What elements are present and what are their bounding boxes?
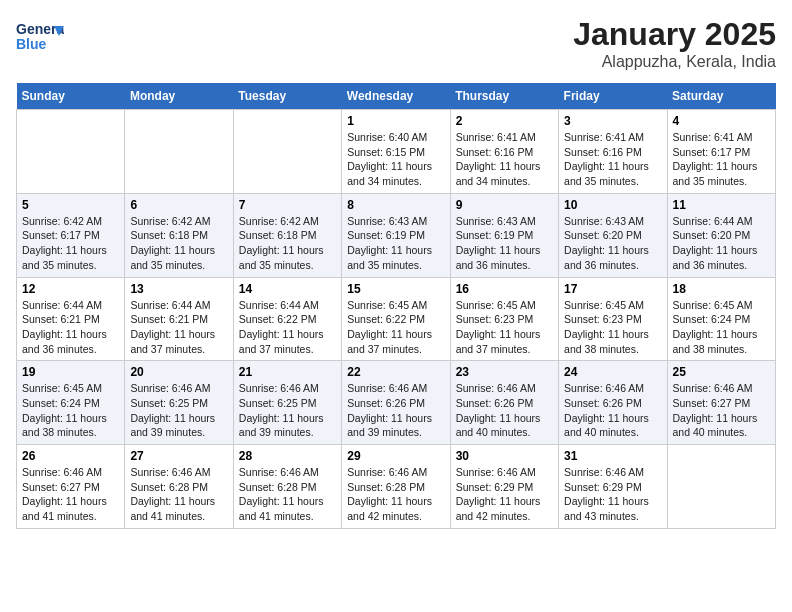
day-number: 15	[347, 282, 444, 296]
day-info: Sunrise: 6:45 AM Sunset: 6:23 PM Dayligh…	[564, 298, 661, 357]
day-info: Sunrise: 6:46 AM Sunset: 6:26 PM Dayligh…	[347, 381, 444, 440]
day-number: 31	[564, 449, 661, 463]
table-row: 27Sunrise: 6:46 AM Sunset: 6:28 PM Dayli…	[125, 445, 233, 529]
table-row: 12Sunrise: 6:44 AM Sunset: 6:21 PM Dayli…	[17, 277, 125, 361]
day-number: 30	[456, 449, 553, 463]
day-info: Sunrise: 6:45 AM Sunset: 6:24 PM Dayligh…	[22, 381, 119, 440]
table-row: 30Sunrise: 6:46 AM Sunset: 6:29 PM Dayli…	[450, 445, 558, 529]
day-number: 2	[456, 114, 553, 128]
calendar-subtitle: Alappuzha, Kerala, India	[573, 53, 776, 71]
day-number: 1	[347, 114, 444, 128]
calendar-week-row: 1Sunrise: 6:40 AM Sunset: 6:15 PM Daylig…	[17, 110, 776, 194]
svg-text:Blue: Blue	[16, 36, 47, 52]
table-row	[17, 110, 125, 194]
calendar-body: 1Sunrise: 6:40 AM Sunset: 6:15 PM Daylig…	[17, 110, 776, 529]
calendar-title: January 2025	[573, 16, 776, 53]
day-info: Sunrise: 6:44 AM Sunset: 6:21 PM Dayligh…	[130, 298, 227, 357]
header-sunday: Sunday	[17, 83, 125, 110]
day-info: Sunrise: 6:42 AM Sunset: 6:18 PM Dayligh…	[239, 214, 336, 273]
day-number: 7	[239, 198, 336, 212]
header-wednesday: Wednesday	[342, 83, 450, 110]
day-info: Sunrise: 6:42 AM Sunset: 6:17 PM Dayligh…	[22, 214, 119, 273]
day-number: 26	[22, 449, 119, 463]
table-row: 5Sunrise: 6:42 AM Sunset: 6:17 PM Daylig…	[17, 193, 125, 277]
day-number: 13	[130, 282, 227, 296]
day-number: 17	[564, 282, 661, 296]
day-number: 14	[239, 282, 336, 296]
header-monday: Monday	[125, 83, 233, 110]
table-row: 1Sunrise: 6:40 AM Sunset: 6:15 PM Daylig…	[342, 110, 450, 194]
day-info: Sunrise: 6:43 AM Sunset: 6:20 PM Dayligh…	[564, 214, 661, 273]
table-row: 15Sunrise: 6:45 AM Sunset: 6:22 PM Dayli…	[342, 277, 450, 361]
logo-icon: General Blue	[16, 16, 64, 56]
day-number: 11	[673, 198, 770, 212]
day-info: Sunrise: 6:41 AM Sunset: 6:17 PM Dayligh…	[673, 130, 770, 189]
day-info: Sunrise: 6:43 AM Sunset: 6:19 PM Dayligh…	[347, 214, 444, 273]
day-info: Sunrise: 6:44 AM Sunset: 6:22 PM Dayligh…	[239, 298, 336, 357]
table-row	[667, 445, 775, 529]
table-row: 23Sunrise: 6:46 AM Sunset: 6:26 PM Dayli…	[450, 361, 558, 445]
calendar-week-row: 19Sunrise: 6:45 AM Sunset: 6:24 PM Dayli…	[17, 361, 776, 445]
day-number: 27	[130, 449, 227, 463]
day-info: Sunrise: 6:46 AM Sunset: 6:28 PM Dayligh…	[347, 465, 444, 524]
day-info: Sunrise: 6:46 AM Sunset: 6:29 PM Dayligh…	[456, 465, 553, 524]
table-row: 24Sunrise: 6:46 AM Sunset: 6:26 PM Dayli…	[559, 361, 667, 445]
day-number: 25	[673, 365, 770, 379]
table-row: 9Sunrise: 6:43 AM Sunset: 6:19 PM Daylig…	[450, 193, 558, 277]
day-info: Sunrise: 6:44 AM Sunset: 6:20 PM Dayligh…	[673, 214, 770, 273]
day-number: 12	[22, 282, 119, 296]
day-info: Sunrise: 6:43 AM Sunset: 6:19 PM Dayligh…	[456, 214, 553, 273]
day-info: Sunrise: 6:45 AM Sunset: 6:23 PM Dayligh…	[456, 298, 553, 357]
table-row	[125, 110, 233, 194]
day-number: 10	[564, 198, 661, 212]
day-info: Sunrise: 6:44 AM Sunset: 6:21 PM Dayligh…	[22, 298, 119, 357]
days-of-week-row: Sunday Monday Tuesday Wednesday Thursday…	[17, 83, 776, 110]
header-tuesday: Tuesday	[233, 83, 341, 110]
calendar-table: Sunday Monday Tuesday Wednesday Thursday…	[16, 83, 776, 529]
day-info: Sunrise: 6:41 AM Sunset: 6:16 PM Dayligh…	[456, 130, 553, 189]
table-row: 10Sunrise: 6:43 AM Sunset: 6:20 PM Dayli…	[559, 193, 667, 277]
calendar-header: Sunday Monday Tuesday Wednesday Thursday…	[17, 83, 776, 110]
day-info: Sunrise: 6:45 AM Sunset: 6:22 PM Dayligh…	[347, 298, 444, 357]
header-saturday: Saturday	[667, 83, 775, 110]
day-info: Sunrise: 6:46 AM Sunset: 6:26 PM Dayligh…	[456, 381, 553, 440]
table-row: 22Sunrise: 6:46 AM Sunset: 6:26 PM Dayli…	[342, 361, 450, 445]
table-row: 16Sunrise: 6:45 AM Sunset: 6:23 PM Dayli…	[450, 277, 558, 361]
table-row: 17Sunrise: 6:45 AM Sunset: 6:23 PM Dayli…	[559, 277, 667, 361]
day-number: 24	[564, 365, 661, 379]
title-block: January 2025 Alappuzha, Kerala, India	[573, 16, 776, 71]
table-row	[233, 110, 341, 194]
day-info: Sunrise: 6:46 AM Sunset: 6:27 PM Dayligh…	[22, 465, 119, 524]
table-row: 25Sunrise: 6:46 AM Sunset: 6:27 PM Dayli…	[667, 361, 775, 445]
day-number: 3	[564, 114, 661, 128]
day-number: 8	[347, 198, 444, 212]
day-info: Sunrise: 6:40 AM Sunset: 6:15 PM Dayligh…	[347, 130, 444, 189]
table-row: 20Sunrise: 6:46 AM Sunset: 6:25 PM Dayli…	[125, 361, 233, 445]
table-row: 21Sunrise: 6:46 AM Sunset: 6:25 PM Dayli…	[233, 361, 341, 445]
day-number: 4	[673, 114, 770, 128]
day-info: Sunrise: 6:46 AM Sunset: 6:29 PM Dayligh…	[564, 465, 661, 524]
page-header: General Blue January 2025 Alappuzha, Ker…	[16, 16, 776, 71]
day-info: Sunrise: 6:46 AM Sunset: 6:25 PM Dayligh…	[239, 381, 336, 440]
calendar-week-row: 5Sunrise: 6:42 AM Sunset: 6:17 PM Daylig…	[17, 193, 776, 277]
day-info: Sunrise: 6:46 AM Sunset: 6:28 PM Dayligh…	[239, 465, 336, 524]
day-info: Sunrise: 6:41 AM Sunset: 6:16 PM Dayligh…	[564, 130, 661, 189]
day-number: 19	[22, 365, 119, 379]
table-row: 19Sunrise: 6:45 AM Sunset: 6:24 PM Dayli…	[17, 361, 125, 445]
table-row: 6Sunrise: 6:42 AM Sunset: 6:18 PM Daylig…	[125, 193, 233, 277]
table-row: 11Sunrise: 6:44 AM Sunset: 6:20 PM Dayli…	[667, 193, 775, 277]
table-row: 7Sunrise: 6:42 AM Sunset: 6:18 PM Daylig…	[233, 193, 341, 277]
day-info: Sunrise: 6:45 AM Sunset: 6:24 PM Dayligh…	[673, 298, 770, 357]
day-info: Sunrise: 6:46 AM Sunset: 6:28 PM Dayligh…	[130, 465, 227, 524]
day-info: Sunrise: 6:46 AM Sunset: 6:27 PM Dayligh…	[673, 381, 770, 440]
table-row: 13Sunrise: 6:44 AM Sunset: 6:21 PM Dayli…	[125, 277, 233, 361]
day-number: 21	[239, 365, 336, 379]
day-number: 6	[130, 198, 227, 212]
day-number: 23	[456, 365, 553, 379]
table-row: 18Sunrise: 6:45 AM Sunset: 6:24 PM Dayli…	[667, 277, 775, 361]
table-row: 29Sunrise: 6:46 AM Sunset: 6:28 PM Dayli…	[342, 445, 450, 529]
day-number: 18	[673, 282, 770, 296]
day-number: 16	[456, 282, 553, 296]
day-info: Sunrise: 6:42 AM Sunset: 6:18 PM Dayligh…	[130, 214, 227, 273]
logo: General Blue	[16, 16, 68, 56]
